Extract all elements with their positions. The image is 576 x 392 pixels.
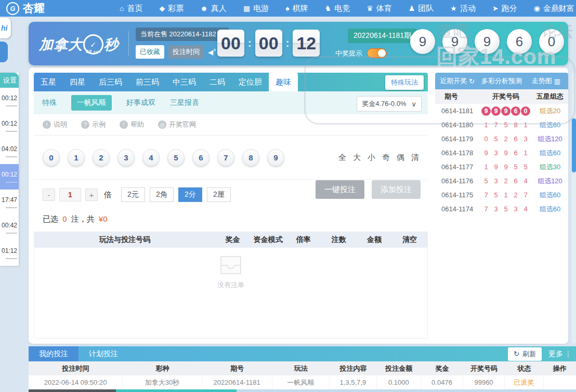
number-ball-7[interactable]: 7 xyxy=(217,149,234,166)
left-quicknav-item[interactable]: 01:12 xyxy=(0,240,19,266)
tab-two-digit[interactable]: 二码 xyxy=(203,73,232,91)
tab-fun-active[interactable]: 趣味 xyxy=(269,73,298,91)
prize-mode-select[interactable]: 奖金4.76-0.0% ∨ xyxy=(357,96,422,112)
draw-pattern[interactable]: 组选60 xyxy=(532,191,568,200)
mute-icon[interactable]: ◀× xyxy=(208,48,216,56)
favorited-badge[interactable]: 已收藏 xyxy=(136,45,164,59)
nav-item-sports[interactable]: ♛体育 xyxy=(366,4,392,13)
vertical-scrollbar[interactable] xyxy=(572,73,576,344)
number-ball-9[interactable]: 9 xyxy=(267,149,284,166)
subtab-special[interactable]: 特殊 xyxy=(42,98,57,107)
nav-item-paofen[interactable]: ➤跑分 xyxy=(492,4,517,13)
brand[interactable]: G 杏耀 xyxy=(6,1,79,16)
link-instructions[interactable]: !说明 xyxy=(43,120,67,129)
draw-row[interactable]: 0614-1179 05263 组选120 xyxy=(435,132,568,146)
draw-row[interactable]: 0614-1176 53264 组选120 xyxy=(435,174,568,188)
link-official-site[interactable]: ◎开奖官网 xyxy=(158,120,196,129)
nav-item-home[interactable]: ⌂首页 xyxy=(120,4,142,13)
cart-col-clear[interactable]: 清空 xyxy=(392,235,427,245)
draw-row[interactable]: 0614-1181 9 9 9 6 0 组选20 xyxy=(435,104,568,118)
bet-time-badge[interactable]: 投注时间 xyxy=(168,45,204,59)
bet-status-paid[interactable]: 已派奖 xyxy=(505,375,544,389)
multiplier-plus-button[interactable]: + xyxy=(85,188,98,201)
number-ball-6[interactable]: 6 xyxy=(192,149,210,166)
draw-row[interactable]: 0614-1177 19955 组选30 xyxy=(435,160,568,174)
tab-position[interactable]: 定位胆 xyxy=(232,73,269,91)
number-ball-0[interactable]: 0 xyxy=(43,149,60,166)
quick-option-even[interactable]: 偶 xyxy=(397,153,404,163)
draw-pattern[interactable]: 组选120 xyxy=(532,177,568,186)
multiplier-input[interactable]: 1 xyxy=(59,188,81,201)
draw-row[interactable]: 0614-1178 93961 组选60 xyxy=(435,146,568,160)
win-tip-toggle[interactable] xyxy=(367,48,387,58)
unit-2li-button[interactable]: 2厘 xyxy=(207,187,231,202)
tab-recent-draws[interactable]: 近期开奖↻ xyxy=(435,73,479,89)
subtab-three-star[interactable]: 三星报喜 xyxy=(170,98,199,107)
number-ball-8[interactable]: 8 xyxy=(242,149,259,166)
quick-option-all[interactable]: 全 xyxy=(338,153,346,163)
unit-2jiao-button[interactable]: 2角 xyxy=(150,187,174,202)
tab-five-star[interactable]: 五星 xyxy=(34,73,63,91)
tab-middle-three[interactable]: 中三码 xyxy=(166,73,203,91)
nav-item-egames[interactable]: ▦电游 xyxy=(243,4,269,13)
quick-option-small[interactable]: 小 xyxy=(368,153,375,163)
left-quicknav-item[interactable]: 00:12 xyxy=(0,113,19,139)
quick-option-clear[interactable]: 清 xyxy=(411,153,419,163)
floating-hichat-icon[interactable]: hi xyxy=(0,18,11,38)
multiplier-minus-button[interactable]: - xyxy=(43,188,55,201)
nav-item-lottery[interactable]: ◆彩票 xyxy=(159,4,184,13)
draw-row[interactable]: 0614-1174 73534 组选60 xyxy=(435,202,568,216)
play-tabs: 五星 四星 后三码 前三码 中三码 二码 定位胆 趣味 特殊玩法 xyxy=(34,73,428,91)
left-quicknav-item-active[interactable]: 00:12 xyxy=(0,164,19,190)
draw-row[interactable]: 0614-1175 75127 组选60 xyxy=(435,188,568,202)
tab-plan-bets[interactable]: 计划投注 xyxy=(78,346,128,361)
tab-four-star[interactable]: 四星 xyxy=(63,73,92,91)
tab-analysis-forecast[interactable]: 多彩分析预测 xyxy=(479,73,523,89)
draw-pattern[interactable]: 组选60 xyxy=(532,205,568,214)
nav-item-live[interactable]: ☻真人 xyxy=(200,4,227,13)
floating-panel-handle[interactable] xyxy=(0,42,8,62)
tab-last-three[interactable]: 后三码 xyxy=(92,73,129,91)
number-ball-3[interactable]: 3 xyxy=(117,149,135,166)
nav-item-esports[interactable]: ♞电竞 xyxy=(325,4,350,13)
left-quicknav-item[interactable]: 04:02 xyxy=(0,139,19,164)
number-ball-4[interactable]: 4 xyxy=(142,149,160,166)
tab-my-bets-active[interactable]: 我的投注 xyxy=(29,346,78,361)
quick-option-odd[interactable]: 奇 xyxy=(382,153,390,163)
nav-item-boardgames[interactable]: ♠棋牌 xyxy=(285,4,308,13)
number-ball-1[interactable]: 1 xyxy=(68,149,85,166)
number-ball-5[interactable]: 5 xyxy=(167,149,185,166)
draw-ball: 0 xyxy=(539,29,564,54)
link-help[interactable]: !帮助 xyxy=(120,120,144,129)
draw-pattern[interactable]: 组选30 xyxy=(532,163,568,172)
quick-option-big[interactable]: 大 xyxy=(353,153,361,163)
add-bet-button[interactable]: 添加投注 xyxy=(372,180,421,199)
tab-trend-chart[interactable]: 走势图▥ xyxy=(524,73,568,89)
left-quicknav-item[interactable]: 00:42 xyxy=(0,215,19,240)
unit-2yuan-button[interactable]: 2元 xyxy=(121,187,145,202)
draw-row[interactable]: 0614-1180 17581 组选60 xyxy=(435,118,568,132)
selection-summary: 已选 0 注，共 ¥0 xyxy=(34,210,428,224)
unit-2fen-button-active[interactable]: 2分 xyxy=(178,187,202,202)
subtab-double-happiness[interactable]: 好事成双 xyxy=(126,98,155,107)
check-icon: ✓ xyxy=(90,42,97,48)
number-ball-2[interactable]: 2 xyxy=(93,149,110,166)
nav-item-jinding-wealth[interactable]: ◉金鼎财富 xyxy=(534,4,574,13)
draw-pattern[interactable]: 组选20 xyxy=(532,106,568,116)
subtab-smooth-sailing-active[interactable]: 一帆风顺 xyxy=(71,95,112,111)
scrollbar-thumb[interactable] xyxy=(572,118,576,172)
more-button[interactable]: 更多 ⋮ xyxy=(548,349,572,359)
nav-item-team[interactable]: ♟团队 xyxy=(409,4,434,13)
refresh-button[interactable]: ↻ 刷新 xyxy=(508,347,542,361)
nav-item-activity[interactable]: ★活动 xyxy=(450,4,476,13)
one-key-bet-button[interactable]: 一键投注 xyxy=(316,180,364,199)
left-panel-settings[interactable]: 设置 xyxy=(0,73,19,88)
special-play-button[interactable]: 特殊玩法 xyxy=(385,75,424,90)
left-quicknav-item[interactable]: 17:47 xyxy=(0,190,19,215)
tab-front-three[interactable]: 前三码 xyxy=(129,73,166,91)
draw-pattern[interactable]: 组选60 xyxy=(532,120,568,130)
left-quicknav-item[interactable]: 00:12 xyxy=(0,88,19,113)
draw-pattern[interactable]: 组选120 xyxy=(532,134,568,144)
link-example[interactable]: ?示例 xyxy=(81,120,106,129)
draw-pattern[interactable]: 组选60 xyxy=(532,148,568,158)
